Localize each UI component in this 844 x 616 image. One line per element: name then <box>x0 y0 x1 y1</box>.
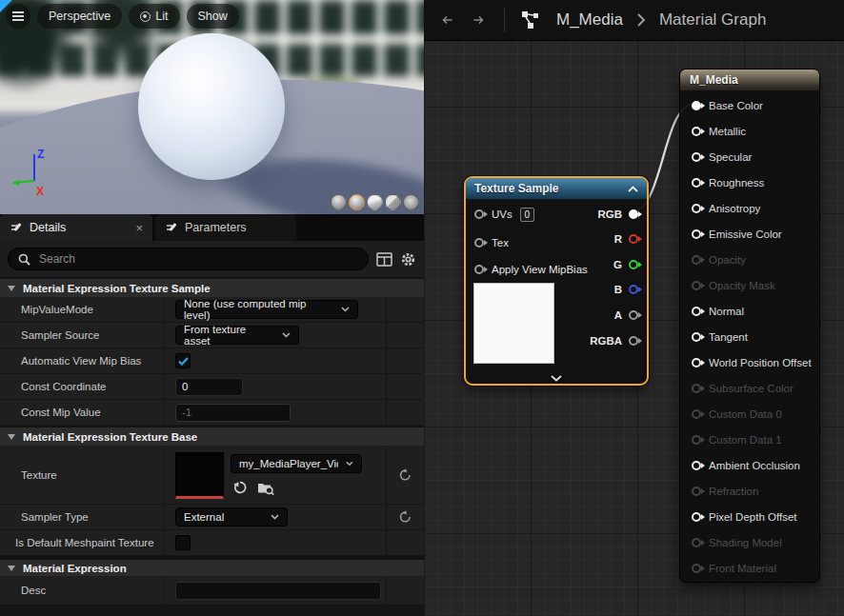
desc-input[interactable] <box>175 582 381 600</box>
pin-circle-icon[interactable] <box>629 285 638 294</box>
breadcrumb-root[interactable]: M_Media <box>556 10 623 30</box>
show-button[interactable]: Show <box>187 4 239 29</box>
pin-circle-icon[interactable] <box>474 238 484 248</box>
material-input-pin-row[interactable]: Emissive Color <box>680 221 819 247</box>
section-header-texture-sample[interactable]: Material Expression Texture Sample <box>0 277 424 297</box>
input-pin-row[interactable]: Apply View MipBias <box>474 260 588 279</box>
perspective-button[interactable]: Perspective <box>37 4 122 29</box>
pin-circle-icon[interactable] <box>692 435 701 445</box>
material-graph-canvas[interactable]: M_Media Material Graph Texture Sample UV… <box>424 0 844 616</box>
settings-gear-icon[interactable] <box>400 251 416 268</box>
pin-circle-icon[interactable] <box>692 409 701 419</box>
shape-sphere-button[interactable] <box>349 194 365 210</box>
uv-channel-box[interactable]: 0 <box>520 208 534 222</box>
material-input-pin-row[interactable]: Base Color <box>680 92 819 118</box>
pin-circle-icon[interactable] <box>629 234 638 244</box>
close-tab-icon[interactable]: × <box>135 222 143 234</box>
pin-circle-icon[interactable] <box>629 336 638 346</box>
input-pin-row[interactable]: UVs 0 <box>474 205 534 224</box>
pin-circle-icon[interactable] <box>629 260 638 269</box>
material-input-pin-row[interactable]: Custom Data 0 <box>680 401 819 427</box>
automatic-view-mip-bias-checkbox[interactable] <box>175 353 191 368</box>
pin-circle-icon[interactable] <box>692 384 701 393</box>
back-arrow-button[interactable] <box>437 12 458 28</box>
expand-node-icon[interactable] <box>466 375 647 382</box>
const-mip-value-input[interactable] <box>175 404 291 422</box>
output-pin-row[interactable]: B <box>614 280 638 299</box>
material-input-pin-row[interactable]: Shading Model <box>680 529 819 555</box>
material-input-pin-row[interactable]: Refraction <box>680 478 819 504</box>
mip-value-mode-dropdown[interactable]: None (use computed mip level) <box>175 300 358 319</box>
pin-circle-icon[interactable] <box>692 332 701 342</box>
shape-teapot-button[interactable] <box>403 194 419 210</box>
reset-to-default-icon[interactable] <box>398 510 412 524</box>
output-pin-row[interactable]: A <box>614 306 638 325</box>
texture-thumbnail[interactable] <box>175 452 224 499</box>
tab-parameters[interactable]: Parameters <box>155 214 296 241</box>
column-view-icon[interactable] <box>376 252 392 267</box>
pin-circle-icon[interactable] <box>692 564 701 573</box>
material-input-pin-row[interactable]: Opacity Mask <box>680 272 819 298</box>
pin-circle-icon[interactable] <box>474 265 484 274</box>
texture-asset-dropdown[interactable]: my_MediaPlayer_Video <box>231 454 362 473</box>
pin-circle-icon[interactable] <box>692 204 701 213</box>
shape-plane-button[interactable] <box>367 194 383 210</box>
browse-to-asset-icon[interactable] <box>257 480 274 495</box>
tab-details[interactable]: Details × <box>0 214 152 241</box>
material-input-pin-row[interactable]: Front Material <box>680 555 819 581</box>
const-coordinate-input[interactable] <box>175 378 243 396</box>
pin-circle-icon[interactable] <box>692 487 701 496</box>
pin-circle-icon[interactable] <box>692 358 701 368</box>
pin-circle-icon[interactable] <box>692 281 701 290</box>
reset-to-default-icon[interactable] <box>398 468 412 482</box>
material-input-pin-row[interactable]: Anisotropy <box>680 195 819 221</box>
forward-arrow-button[interactable] <box>468 12 489 28</box>
output-pin-row[interactable]: RGBA <box>590 331 638 350</box>
pin-circle-icon[interactable] <box>692 127 701 136</box>
output-pin-row[interactable]: R <box>614 229 638 248</box>
texture-sample-node[interactable]: Texture Sample UVs 0 Tex Apply View Mi <box>464 176 649 386</box>
pin-circle-icon[interactable] <box>692 101 701 110</box>
search-input[interactable] <box>37 251 358 267</box>
collapse-node-icon[interactable] <box>628 186 638 192</box>
pin-circle-icon[interactable] <box>692 538 701 547</box>
shape-cube-button[interactable] <box>385 194 401 210</box>
pin-circle-icon[interactable] <box>692 152 701 162</box>
pin-circle-icon[interactable] <box>629 209 638 219</box>
preview-viewport[interactable]: Perspective Lit Show Z X <box>0 0 424 214</box>
pin-circle-icon[interactable] <box>692 229 701 239</box>
material-input-pin-row[interactable]: Opacity <box>680 247 819 272</box>
pin-circle-icon[interactable] <box>474 209 484 219</box>
material-input-pin-row[interactable]: World Position Offset <box>680 349 819 375</box>
material-input-pin-row[interactable]: Subsurface Color <box>680 375 819 401</box>
pin-circle-icon[interactable] <box>692 178 701 188</box>
sampler-type-dropdown[interactable]: External <box>175 507 288 527</box>
node-header[interactable]: Texture Sample <box>466 178 647 199</box>
material-input-pin-row[interactable]: Pixel Depth Offset <box>680 504 819 529</box>
output-pin-row[interactable]: G <box>613 255 638 274</box>
section-header-texture-base[interactable]: Material Expression Texture Base <box>0 426 424 446</box>
use-selected-asset-icon[interactable] <box>232 480 248 495</box>
sampler-source-dropdown[interactable]: From texture asset <box>175 326 299 345</box>
shape-cylinder-button[interactable] <box>331 194 347 210</box>
pin-circle-icon[interactable] <box>692 307 701 316</box>
section-header-material-expression[interactable]: Material Expression <box>0 556 424 576</box>
material-input-pin-row[interactable]: Normal <box>680 298 819 324</box>
material-input-pin-row[interactable]: Metallic <box>680 118 819 144</box>
output-pin-row[interactable]: RGB <box>597 205 638 224</box>
node-header[interactable]: M_Media <box>680 70 819 90</box>
material-input-pin-row[interactable]: Ambient Occlusion <box>680 452 819 478</box>
is-default-meshpaint-checkbox[interactable] <box>175 535 191 550</box>
material-input-pin-row[interactable]: Specular <box>680 144 819 169</box>
material-input-pin-row[interactable]: Tangent <box>680 324 819 349</box>
pin-circle-icon[interactable] <box>692 461 701 470</box>
lit-mode-button[interactable]: Lit <box>129 4 179 29</box>
input-pin-row[interactable]: Tex <box>474 233 509 252</box>
pin-circle-icon[interactable] <box>692 512 701 522</box>
pin-circle-icon[interactable] <box>629 310 638 320</box>
search-box[interactable] <box>8 248 369 270</box>
material-result-node[interactable]: M_Media Base Color Metallic Specular Rou… <box>679 69 820 583</box>
material-input-pin-row[interactable]: Custom Data 1 <box>680 427 819 452</box>
pin-circle-icon[interactable] <box>692 255 701 265</box>
material-input-pin-row[interactable]: Roughness <box>680 169 819 195</box>
